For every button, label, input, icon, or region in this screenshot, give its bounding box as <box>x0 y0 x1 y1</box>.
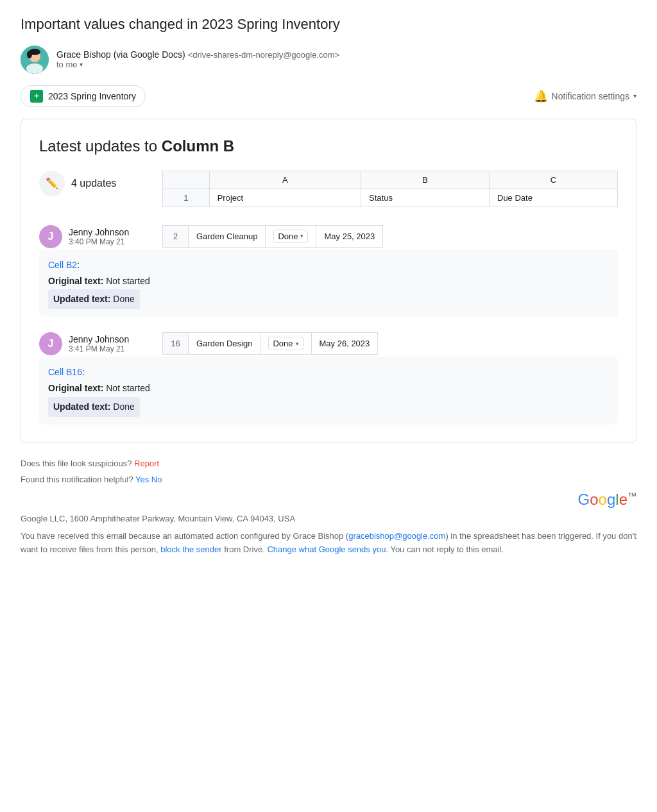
header-col-b: B <box>361 171 490 189</box>
change-detail-1: Cell B2: Original text: Not started Upda… <box>39 250 618 317</box>
header-col-c: C <box>490 171 618 189</box>
notification-settings-button[interactable]: 🔔 Notification settings ▾ <box>534 89 636 103</box>
cell-ref-line-1: Cell B2: <box>48 257 609 273</box>
notification-settings-chevron-icon: ▾ <box>633 92 636 99</box>
updated-text-line-2: Updated text: Done <box>48 397 609 417</box>
entry-right-2: 16 Garden Design Done ▾ May 26, 2023 <box>162 332 618 355</box>
entry-col-a-1: Garden Cleanup <box>189 225 266 247</box>
entry-col-a-2: Garden Design <box>189 333 260 355</box>
done-badge-1: Done ▾ <box>273 230 308 243</box>
entry-data-row-2: 16 Garden Design Done ▾ May 26, 2023 <box>163 333 378 355</box>
notification-settings-label: Notification settings <box>552 91 629 101</box>
footer-address: Google LLC, 1600 Amphitheater Parkway, M… <box>21 514 636 523</box>
spreadsheet-header-table: A B C 1 Project Status Due Date <box>162 171 618 207</box>
sheet-badge-label: 2023 Spring Inventory <box>48 91 136 101</box>
done-badge-2: Done ▾ <box>268 337 303 350</box>
user-avatar-1: J <box>39 225 62 248</box>
user-details-1: Jenny Johnson 3:40 PM May 21 <box>69 227 129 246</box>
sheet-badge[interactable]: + 2023 Spring Inventory <box>21 85 146 107</box>
entry-user-1: J Jenny Johnson 3:40 PM May 21 <box>39 225 142 248</box>
user-name-2: Jenny Johnson <box>69 334 129 344</box>
sender-avatar <box>21 46 49 74</box>
sender-name: Grace Bishop (via Google Docs) <drive-sh… <box>56 49 339 60</box>
no-link[interactable]: No <box>151 475 162 484</box>
header-col-a: A <box>209 171 361 189</box>
action-bar: + 2023 Spring Inventory 🔔 Notification s… <box>21 85 636 107</box>
sheets-icon: + <box>30 90 43 103</box>
cell-ref-link-2[interactable]: Cell B16 <box>48 367 82 377</box>
entry-right-1: 2 Garden Cleanup Done ▾ May 25, 2023 <box>162 225 618 248</box>
to-me-dropdown[interactable]: to me ▾ <box>56 60 339 69</box>
footer-legal: You have received this email because an … <box>21 530 636 557</box>
svg-point-4 <box>26 63 43 74</box>
main-card: Latest updates to Column B ✏️ 4 updates … <box>21 119 636 443</box>
header-corner <box>163 171 210 189</box>
entry-data-row-1: 2 Garden Cleanup Done ▾ May 25, 2023 <box>163 225 383 247</box>
yes-link[interactable]: Yes <box>135 475 149 484</box>
user-avatar-2: J <box>39 332 62 355</box>
svg-point-3 <box>27 51 32 58</box>
entry-row-1: J Jenny Johnson 3:40 PM May 21 2 Garden … <box>39 225 618 248</box>
entry-col-b-2: Done ▾ <box>260 333 311 355</box>
card-title: Latest updates to Column B <box>39 137 618 155</box>
header-row: 1 Project Status Due Date <box>163 189 618 207</box>
entry-row-2: J Jenny Johnson 3:41 PM May 21 16 Garden… <box>39 332 618 355</box>
entry-left-1: J Jenny Johnson 3:40 PM May 21 <box>39 225 142 248</box>
done-dropdown-icon-1: ▾ <box>300 233 303 239</box>
update-entry-1: J Jenny Johnson 3:40 PM May 21 2 Garden … <box>39 225 618 317</box>
header-duedate-label: Due Date <box>490 189 618 207</box>
bell-icon: 🔔 <box>534 89 548 103</box>
entry-table-1: 2 Garden Cleanup Done ▾ May 25, 2023 <box>162 225 383 248</box>
change-detail-2: Cell B16: Original text: Not started Upd… <box>39 357 618 425</box>
footer: Does this file look suspicious? Report F… <box>21 456 636 557</box>
entry-row-num-1: 2 <box>163 225 189 247</box>
cell-ref-link-1[interactable]: Cell B2 <box>48 260 77 270</box>
entry-col-c-1: May 25, 2023 <box>316 225 383 247</box>
entry-col-b-1: Done ▾ <box>266 225 316 247</box>
email-subject: Important values changed in 2023 Spring … <box>21 15 636 34</box>
entry-row-num-2: 16 <box>163 333 189 355</box>
entry-col-c-2: May 26, 2023 <box>311 333 378 355</box>
user-name-1: Jenny Johnson <box>69 227 129 237</box>
updated-text-badge-1: Updated text: Done <box>48 289 140 309</box>
user-time-1: 3:40 PM May 21 <box>69 237 129 246</box>
cell-ref-line-2: Cell B16: <box>48 364 609 380</box>
footer-suspicious: Does this file look suspicious? Report <box>21 459 636 468</box>
done-dropdown-icon-2: ▾ <box>296 341 299 347</box>
user-details-2: Jenny Johnson 3:41 PM May 21 <box>69 334 129 353</box>
entry-left-2: J Jenny Johnson 3:41 PM May 21 <box>39 332 142 355</box>
to-me-chevron-icon: ▾ <box>80 61 83 68</box>
report-link[interactable]: Report <box>134 459 159 468</box>
entry-table-2: 16 Garden Design Done ▾ May 26, 2023 <box>162 332 378 355</box>
header-project-label: Project <box>209 189 361 207</box>
sender-info: Grace Bishop (via Google Docs) <drive-sh… <box>56 49 339 69</box>
entry-user-2: J Jenny Johnson 3:41 PM May 21 <box>39 332 142 355</box>
updates-summary-row: ✏️ 4 updates A B C 1 Project Status Due … <box>39 171 618 207</box>
google-logo: Google™ <box>21 491 636 509</box>
updated-text-line-1: Updated text: Done <box>48 289 609 309</box>
footer-helpful: Found this notification helpful? Yes No <box>21 475 636 484</box>
original-text-line-1: Original text: Not started <box>48 273 609 289</box>
updated-text-badge-2: Updated text: Done <box>48 397 140 417</box>
grace-email-link[interactable]: gracebishop@google.com <box>348 531 445 541</box>
block-sender-link[interactable]: block the sender <box>160 545 221 554</box>
pencil-icon: ✏️ <box>39 171 65 196</box>
header-row-num: 1 <box>163 189 210 207</box>
updates-label: ✏️ 4 updates <box>39 171 142 196</box>
original-text-line-2: Original text: Not started <box>48 380 609 396</box>
google-logo-text: Google™ <box>578 491 636 509</box>
updates-count: 4 updates <box>71 178 116 189</box>
change-google-link[interactable]: Change what Google sends you <box>267 545 386 554</box>
header-status-label: Status <box>361 189 490 207</box>
update-entry-2: J Jenny Johnson 3:41 PM May 21 16 Garden… <box>39 332 618 425</box>
user-time-2: 3:41 PM May 21 <box>69 344 129 353</box>
sender-row: Grace Bishop (via Google Docs) <drive-sh… <box>21 46 636 74</box>
